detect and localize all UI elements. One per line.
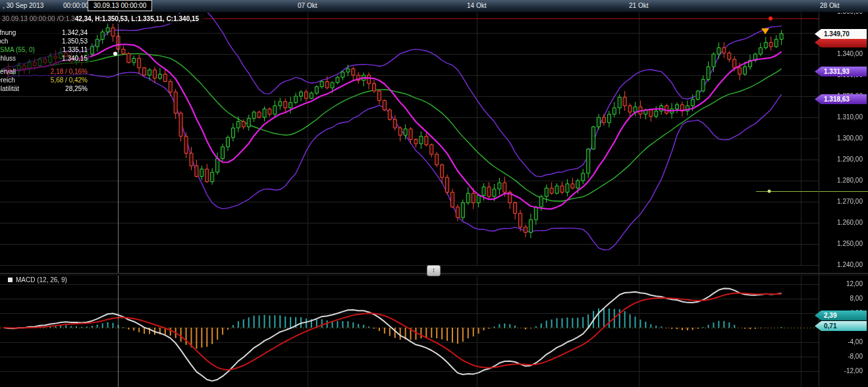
- price-tick-label: 1.270,00: [821, 198, 863, 205]
- legend-label: Öffnung: [0, 28, 16, 37]
- date-axis-label: 14 Okt: [467, 2, 486, 9]
- legend-row: Schluss1.340,15: [0, 54, 88, 63]
- legend-row: Hoch1.350,53: [0, 37, 88, 45]
- legend-row: Bereich5,68 / 0,42%: [0, 76, 88, 84]
- legend-label: Volatilität: [0, 84, 19, 93]
- ohlc-tooltip: 30.09.13 00:00:00 /O:1.342,34, H:1.350,5…: [0, 14, 204, 24]
- band-upper-price-tag: 1.331,93: [815, 67, 867, 76]
- legend-value: 2,18 / 0,16%: [51, 67, 88, 76]
- indicator-bullet-icon: [8, 278, 13, 282]
- macd-tick-label: -4,00: [821, 338, 863, 345]
- price-tick-label: 1.240,00: [821, 261, 863, 268]
- alert-price-tag[interactable]: [815, 38, 867, 47]
- macd-indicator-label[interactable]: MACD (12, 26, 9): [8, 276, 67, 283]
- date-axis-label: 21 Okt: [629, 2, 648, 9]
- macd-tick-label: 8,00: [821, 295, 863, 302]
- legend-label: Bereich: [0, 76, 15, 84]
- price-tick-label: 1.280,00: [821, 177, 863, 184]
- macd-value-tag: 2,39: [815, 311, 867, 320]
- tooltip-ohlc: 42,34, H:1.350,53, L:1.335,11, C:1.340,1…: [75, 15, 199, 22]
- macd-tick-label: 12,00: [821, 280, 863, 287]
- price-tick-label: 1.310,00: [821, 113, 863, 121]
- trading-chart-window: , 30 Sep 2013 00:00:00 07 Okt14 Okt21 Ok…: [0, 0, 868, 387]
- alert-dot-icon: [769, 16, 773, 20]
- crosshair-date-tag: 30.09.13 00:00:00: [88, 0, 152, 11]
- legend-label: Intervall: [0, 67, 16, 76]
- legend-panel: Öffnung1.342,34Hoch1.350,53SMA (55, 0)1.…: [0, 27, 90, 95]
- legend-label: SMA (55, 0): [0, 45, 35, 54]
- date-axis-label: 07 Okt: [298, 2, 317, 9]
- price-tick-label: 1.290,00: [821, 156, 863, 163]
- legend-label: Hoch: [0, 37, 8, 45]
- legend-row: Öffnung1.342,34: [0, 28, 88, 37]
- current-price-tag: 1.349,70: [815, 29, 867, 39]
- macd-label-text: MACD (12, 26, 9): [16, 276, 67, 283]
- tooltip-prefix: 30.09.13 00:00:00 /O:1.3: [2, 15, 75, 22]
- macd-tick-label: -8,00: [821, 353, 863, 360]
- pane-splitter[interactable]: ↕: [427, 265, 441, 276]
- price-tick-label: 1.340,00: [821, 50, 863, 57]
- band-lower-price-tag: 1.318,63: [815, 94, 867, 104]
- price-tick-label: 1.250,00: [821, 240, 863, 247]
- legend-label: Schluss: [0, 54, 16, 63]
- legend-value: 1.350,53: [62, 37, 88, 45]
- legend-value: 1.335,11: [63, 45, 88, 54]
- legend-value: 28,25%: [65, 84, 88, 93]
- legend-value: 1.340,15: [62, 54, 88, 63]
- legend-row: Intervall2,18 / 0,16%: [0, 67, 88, 76]
- price-tick-label: 1.300,00: [821, 134, 863, 142]
- legend-row: SMA (55, 0)1.335,11: [0, 45, 88, 54]
- legend-value: 1.342,34: [62, 28, 88, 37]
- macd-tick-label: -12,00: [821, 367, 863, 374]
- legend-row: Volatilität28,25%: [0, 84, 88, 93]
- date-axis-first-label: , 30 Sep 2013: [3, 2, 43, 9]
- chart-canvas[interactable]: [0, 0, 868, 387]
- date-axis-first-time: 00:00:00: [63, 2, 89, 9]
- date-axis-label: 28 Okt: [820, 2, 839, 9]
- macd-signal-value-tag: 0,71: [815, 321, 867, 331]
- price-tick-label: 1.260,00: [821, 219, 863, 226]
- legend-value: 5,68 / 0,42%: [51, 76, 88, 84]
- sell-arrow-icon: [761, 28, 769, 34]
